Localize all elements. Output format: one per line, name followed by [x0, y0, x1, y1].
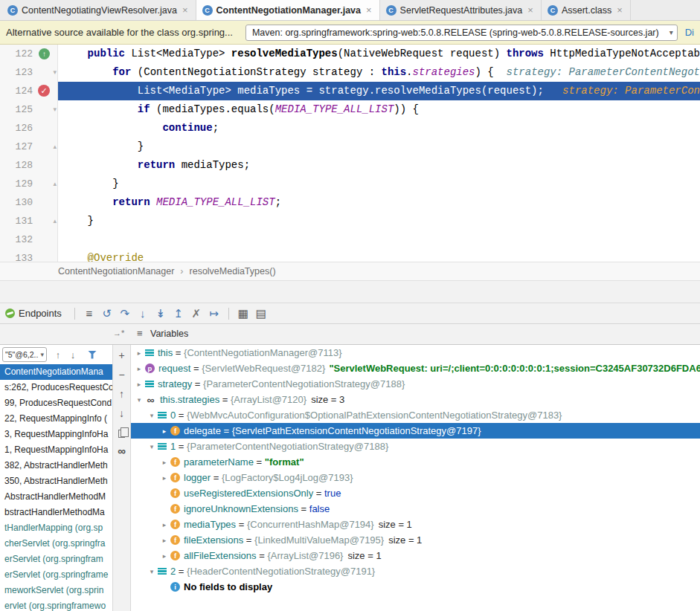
frame-row[interactable]: 99, ProducesRequestCond	[0, 395, 112, 411]
variable-row-strategy[interactable]: ▸strategy = {ParameterContentNegotiation…	[131, 376, 700, 392]
frame-row[interactable]: 1, RequestMappingInfoHa	[0, 442, 112, 458]
close-icon[interactable]: ×	[617, 4, 623, 16]
variable-row-0[interactable]: ▾0 = {WebMvcAutoConfiguration$OptionalPa…	[131, 407, 700, 423]
variable-row-parameterName[interactable]: ▸fparameterName = "format"	[131, 454, 700, 470]
remove-icon[interactable]: −	[116, 369, 128, 381]
variable-row-1[interactable]: ▾1 = {ParameterContentNegotiationStrateg…	[131, 439, 700, 454]
editor-tab[interactable]: CContentNegotiationManager.java×	[196, 0, 380, 20]
code-line[interactable]: 127▴ }	[0, 138, 700, 156]
fold-marker-icon[interactable]: ▴	[53, 212, 57, 230]
chevron-collapsed-icon[interactable]: ▸	[159, 459, 170, 466]
code-line[interactable]: 123▾ for (ContentNegotiationStrategy str…	[0, 63, 700, 82]
step-over-icon[interactable]: ↷	[116, 303, 134, 323]
frame-row[interactable]: ContentNegotiationMana	[0, 364, 112, 380]
close-icon[interactable]: ×	[366, 4, 372, 16]
chevron-collapsed-icon[interactable]: ▸	[159, 427, 170, 435]
frame-row[interactable]: s:262, ProducesRequestCo	[0, 380, 112, 395]
code-line[interactable]: 129▴ }	[0, 175, 700, 193]
variable-row-delegate[interactable]: ▸fdelegate = {ServletPathExtensionConten…	[131, 423, 700, 439]
code-line[interactable]: 125▾ if (mediaTypes.equals(MEDIA_TYPE_AL…	[0, 100, 700, 119]
variable-row-request[interactable]: ▸prequest = {ServletWebRequest@7182}"Ser…	[131, 361, 700, 376]
next-frame-icon[interactable]: ↓	[67, 349, 79, 361]
frame-row[interactable]: 382, AbstractHandlerMeth	[0, 458, 112, 473]
variable-row-logger[interactable]: ▸flogger = {LogFactory$Log4jLog@7193}	[131, 470, 700, 485]
breadcrumb-item[interactable]: ContentNegotiationManager	[58, 266, 174, 277]
overridden-method-icon[interactable]: ↑	[39, 48, 50, 59]
fold-marker-icon[interactable]: ▾	[53, 63, 57, 82]
fold-marker-icon[interactable]: ▴	[53, 175, 57, 193]
variable-row-2[interactable]: ▾2 = {HeaderContentNegotiationStrategy@7…	[131, 563, 700, 579]
variable-row-useRegisteredExtensionsOnly[interactable]: fuseRegisteredExtensionsOnly = true	[131, 485, 700, 501]
frame-row[interactable]: cherServlet (org.springfra	[0, 536, 112, 552]
move-up-icon[interactable]: ↑	[116, 389, 128, 401]
endpoints-tab-label[interactable]: Endpoints	[19, 308, 62, 319]
fold-marker-icon[interactable]: ▾	[53, 100, 57, 119]
code-line[interactable]: 126 continue;	[0, 119, 700, 138]
layout-settings-icon[interactable]: ▤	[252, 303, 270, 323]
pin-icon[interactable]: →*	[113, 329, 124, 337]
step-into-icon[interactable]: ↓	[134, 303, 152, 323]
variable-row-allFileExtensions[interactable]: ▸fallFileExtensions = {ArrayList@7196}si…	[131, 548, 700, 563]
show-execution-point-icon[interactable]: ↺	[98, 303, 116, 323]
chevron-expanded-icon[interactable]: ▾	[134, 396, 144, 404]
code-line[interactable]: 132	[0, 230, 700, 249]
close-icon[interactable]: ×	[182, 4, 188, 16]
chevron-collapsed-icon[interactable]: ▸	[134, 349, 144, 357]
move-down-icon[interactable]: ↓	[116, 408, 128, 420]
variable-row-this[interactable]: ▸this = {ContentNegotiationManager@7113}	[131, 345, 700, 361]
view-as-table-icon[interactable]: ▦	[234, 303, 252, 323]
drop-frame-icon[interactable]: ✗	[187, 303, 205, 323]
chevron-collapsed-icon[interactable]: ▸	[159, 474, 170, 482]
frame-row[interactable]: tHandlerMapping (org.sp	[0, 520, 112, 536]
chevron-collapsed-icon[interactable]: ▸	[159, 521, 170, 528]
chevron-expanded-icon[interactable]: ▾	[147, 412, 157, 419]
chevron-collapsed-icon[interactable]: ▸	[134, 365, 144, 372]
close-icon[interactable]: ×	[527, 4, 533, 16]
options-menu-icon[interactable]: ≡	[80, 303, 98, 323]
frame-row[interactable]: erServlet (org.springfram	[0, 552, 112, 567]
editor-tab[interactable]: CContentNegotiatingViewResolver.java×	[1, 0, 196, 20]
code-editor[interactable]: 122↑ public List<MediaType> resolveMedia…	[0, 45, 700, 262]
disable-link[interactable]: Di	[685, 27, 694, 38]
variable-row-this-strategies[interactable]: ▾∞this.strategies = {ArrayList@7120}size…	[131, 392, 700, 407]
variables-tab-label[interactable]: Variables	[150, 329, 188, 339]
variable-row[interactable]: iNo fields to display	[131, 579, 700, 595]
copy-icon[interactable]	[118, 430, 125, 438]
editor-tab[interactable]: CServletRequestAttributes.java×	[380, 0, 542, 20]
frame-row[interactable]: 3, RequestMappingInfoHa	[0, 427, 112, 442]
source-jar-combo[interactable]: Maven: org.springframework:spring-web:5.…	[245, 25, 678, 41]
frame-row[interactable]: AbstractHandlerMethodM	[0, 489, 112, 505]
frame-row[interactable]: bstractHandlerMethodMa	[0, 505, 112, 520]
breadcrumb-item[interactable]: resolveMediaTypes()	[190, 266, 276, 277]
variable-row-fileExtensions[interactable]: ▸ffileExtensions = {LinkedMultiValueMap@…	[131, 532, 700, 548]
code-line[interactable]: 128 return mediaTypes;	[0, 156, 700, 175]
chevron-collapsed-icon[interactable]: ▸	[134, 381, 144, 388]
fold-marker-icon[interactable]: ▴	[53, 138, 57, 156]
editor-tab[interactable]: CAssert.class×	[542, 0, 631, 20]
code-line[interactable]: 131▴ }	[0, 212, 700, 230]
previous-frame-icon[interactable]: ↑	[52, 349, 64, 361]
frame-row[interactable]: erServlet (org.springframe	[0, 567, 112, 583]
variable-row-ignoreUnknownExtensions[interactable]: fignoreUnknownExtensions = false	[131, 501, 700, 517]
breakpoint-icon[interactable]: ✓	[38, 85, 50, 97]
code-line[interactable]: 130 return MEDIA_TYPE_ALL_LIST;	[0, 193, 700, 212]
code-line[interactable]: 124✓ List<MediaType> mediaTypes = strate…	[0, 82, 700, 100]
add-icon[interactable]: +	[116, 350, 128, 362]
watches-icon[interactable]: ∞	[116, 445, 128, 457]
step-out-icon[interactable]: ↥	[170, 303, 187, 323]
filter-frames-icon[interactable]	[88, 351, 97, 359]
chevron-collapsed-icon[interactable]: ▸	[159, 537, 170, 544]
code-line[interactable]: 122↑ public List<MediaType> resolveMedia…	[0, 45, 700, 63]
frame-row[interactable]: meworkServlet (org.sprin	[0, 583, 112, 598]
frame-row[interactable]: ervlet (org.springframewo	[0, 598, 112, 611]
chevron-expanded-icon[interactable]: ▾	[147, 443, 157, 450]
chevron-collapsed-icon[interactable]: ▸	[159, 552, 170, 560]
menu-icon[interactable]: ≡	[137, 328, 143, 339]
force-step-into-icon[interactable]: ↡	[152, 303, 170, 323]
frame-row[interactable]: 350, AbstractHandlerMeth	[0, 473, 112, 489]
variable-row-mediaTypes[interactable]: ▸fmediaTypes = {ConcurrentHashMap@7194}s…	[131, 517, 700, 532]
chevron-expanded-icon[interactable]: ▾	[147, 568, 157, 575]
frame-row[interactable]: 22, RequestMappingInfo (	[0, 411, 112, 427]
run-to-cursor-icon[interactable]: ↦	[205, 303, 223, 323]
thread-selector-combo[interactable]: "5"@6,2... ▾	[2, 347, 47, 362]
